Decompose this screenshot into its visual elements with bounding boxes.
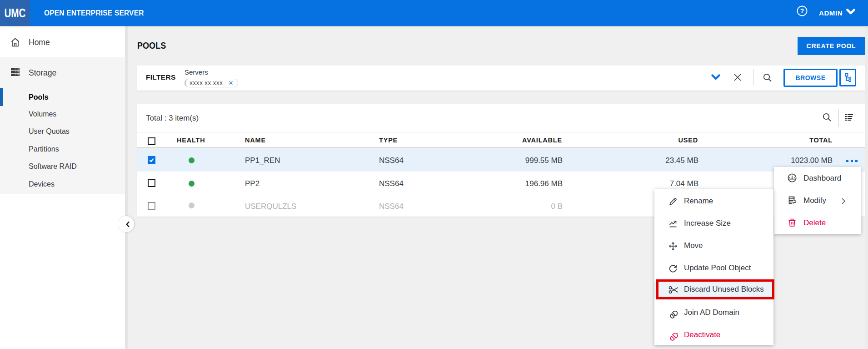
svg-text:?: ? <box>800 7 804 15</box>
